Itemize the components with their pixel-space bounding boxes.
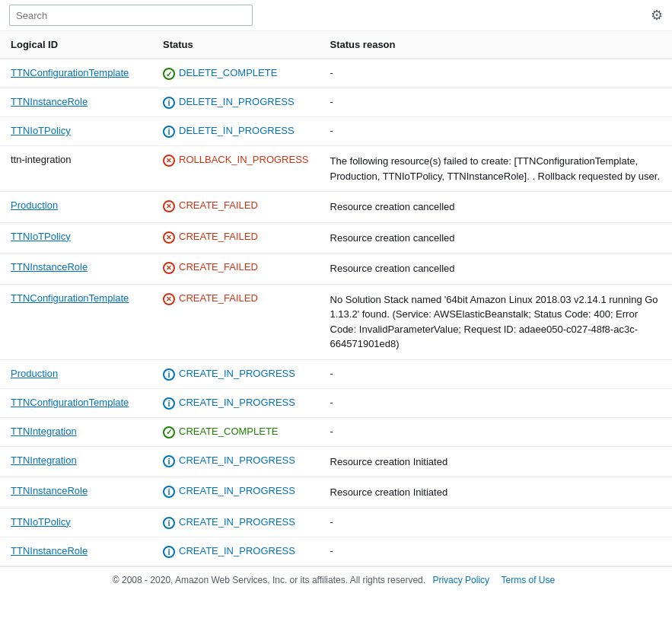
table-row: TTNIoTPolicyiDELETE_IN_PROGRESS- [0,117,672,146]
logical-id-link[interactable]: TTNIoTPolicy [11,231,71,242]
logical-id-cell[interactable]: TTNInstanceRole [0,254,152,285]
logical-id-cell[interactable]: TTNConfigurationTemplate [0,388,152,417]
status-icon: i [163,97,175,109]
status-icon: i [163,368,175,381]
status-text: CREATE_IN_PROGRESS [179,454,295,466]
logical-id-cell[interactable]: TTNInstanceRole [0,477,152,509]
status-text: DELETE_COMPLETE [179,67,277,78]
status-icon: i [163,517,175,529]
logical-id-link[interactable]: TTNIoTPolicy [11,516,71,528]
col-header-logical-id: Logical ID [0,31,152,59]
logical-id-cell[interactable]: Production [0,359,152,388]
status-text: CREATE_IN_PROGRESS [179,485,295,496]
status-text: CREATE_IN_PROGRESS [179,368,295,379]
table-row: Production✕CREATE_FAILEDResource creatio… [0,192,672,223]
logical-id-link[interactable]: TTNConfigurationTemplate [11,397,129,408]
logical-id-link[interactable]: TTNInstanceRole [11,96,88,107]
table-row: TTNIntegrationiCREATE_IN_PROGRESSResourc… [0,446,672,477]
status-icon: ✓ [163,68,175,80]
table-row: TTNInstanceRole✕CREATE_FAILEDResource cr… [0,254,672,285]
table-row: TTNInstanceRoleiCREATE_IN_PROGRESS- [0,537,672,566]
reason-cell: - [320,117,672,146]
table-row: TTNConfigurationTemplate✕CREATE_FAILEDNo… [0,284,672,359]
reason-cell: - [320,508,672,537]
status-icon: i [163,397,175,410]
status-cell: iCREATE_IN_PROGRESS [152,537,320,566]
status-text: CREATE_FAILED [179,199,258,211]
status-cell: iCREATE_IN_PROGRESS [152,477,320,509]
status-text: CREATE_IN_PROGRESS [179,516,295,528]
status-text: CREATE_FAILED [179,261,258,273]
reason-cell: - [320,88,672,117]
status-cell: ✕CREATE_FAILED [152,254,320,285]
logical-id-cell[interactable]: TTNInstanceRole [0,88,152,117]
status-text: CREATE_IN_PROGRESS [179,545,295,556]
reason-cell: Resource creation Initiated [320,477,672,509]
logical-id-link[interactable]: TTNInstanceRole [11,545,88,556]
status-cell: iCREATE_IN_PROGRESS [152,388,320,417]
table-row: TTNIntegration✓CREATE_COMPLETE- [0,417,672,446]
logical-id-link[interactable]: Production [11,368,58,379]
status-cell: ✕CREATE_FAILED [152,284,320,359]
status-text: DELETE_IN_PROGRESS [179,96,295,107]
logical-id-cell: ttn-integration [0,146,152,192]
status-cell: iCREATE_IN_PROGRESS [152,508,320,537]
status-icon: i [163,126,175,138]
privacy-policy-link[interactable]: Privacy Policy [432,575,489,585]
logical-id-cell[interactable]: Production [0,192,152,223]
logical-id-link[interactable]: TTNIntegration [11,454,77,466]
reason-cell: Resource creation cancelled [320,222,672,254]
reason-cell: - [320,59,672,88]
status-cell: ✕CREATE_FAILED [152,192,320,223]
table-row: TTNConfigurationTemplate✓DELETE_COMPLETE… [0,59,672,88]
status-icon: ✓ [163,426,175,438]
status-icon: ✕ [163,262,175,274]
table-row: TTNConfigurationTemplateiCREATE_IN_PROGR… [0,388,672,417]
logical-id-link[interactable]: TTNInstanceRole [11,261,88,273]
status-cell: ✓DELETE_COMPLETE [152,59,320,88]
status-icon: ✕ [163,293,175,305]
col-header-status-reason: Status reason [320,31,672,59]
table-row: ttn-integration✕ROLLBACK_IN_PROGRESSThe … [0,146,672,192]
logical-id-cell[interactable]: TTNIoTPolicy [0,508,152,537]
gear-icon[interactable]: ⚙ [651,7,663,24]
logical-id-cell[interactable]: TTNIoTPolicy [0,222,152,254]
status-text: CREATE_COMPLETE [179,426,279,437]
logical-id-cell[interactable]: TTNConfigurationTemplate [0,59,152,88]
table-row: ProductioniCREATE_IN_PROGRESS- [0,359,672,388]
logical-id-link[interactable]: TTNIoTPolicy [11,125,71,136]
reason-cell: Resource creation cancelled [320,254,672,285]
reason-cell: - [320,388,672,417]
status-icon: ✕ [163,231,175,244]
status-cell: iDELETE_IN_PROGRESS [152,117,320,146]
logical-id-cell[interactable]: TTNIntegration [0,446,152,477]
logical-id-cell[interactable]: TTNIntegration [0,417,152,446]
status-icon: ✕ [163,200,175,212]
status-cell: iCREATE_IN_PROGRESS [152,446,320,477]
logical-id-cell[interactable]: TTNIoTPolicy [0,117,152,146]
status-cell: iDELETE_IN_PROGRESS [152,88,320,117]
status-text: CREATE_FAILED [179,231,258,242]
page-footer: © 2008 - 2020, Amazon Web Services, Inc.… [0,566,672,593]
logical-id-link[interactable]: TTNConfigurationTemplate [11,292,129,304]
terms-of-use-link[interactable]: Terms of Use [501,575,555,585]
status-cell: ✓CREATE_COMPLETE [152,417,320,446]
logical-id-cell[interactable]: TTNConfigurationTemplate [0,284,152,359]
status-text: DELETE_IN_PROGRESS [179,125,295,136]
reason-cell: - [320,417,672,446]
logical-id-link[interactable]: Production [11,199,58,211]
table-row: TTNIoTPolicy✕CREATE_FAILEDResource creat… [0,222,672,254]
reason-cell: - [320,537,672,566]
logical-id-link[interactable]: TTNInstanceRole [11,485,88,496]
table-row: TTNIoTPolicyiCREATE_IN_PROGRESS- [0,508,672,537]
reason-cell: Resource creation cancelled [320,192,672,223]
search-input[interactable] [9,5,253,26]
status-icon: i [163,455,175,467]
events-table: Logical ID Status Status reason TTNConfi… [0,31,672,566]
logical-id-link[interactable]: TTNIntegration [11,426,77,437]
status-text: CREATE_IN_PROGRESS [179,397,295,408]
logical-id-cell[interactable]: TTNInstanceRole [0,537,152,566]
logical-id-link[interactable]: TTNConfigurationTemplate [11,67,129,78]
reason-cell: The following resource(s) failed to crea… [320,146,672,192]
status-icon: i [163,486,175,498]
